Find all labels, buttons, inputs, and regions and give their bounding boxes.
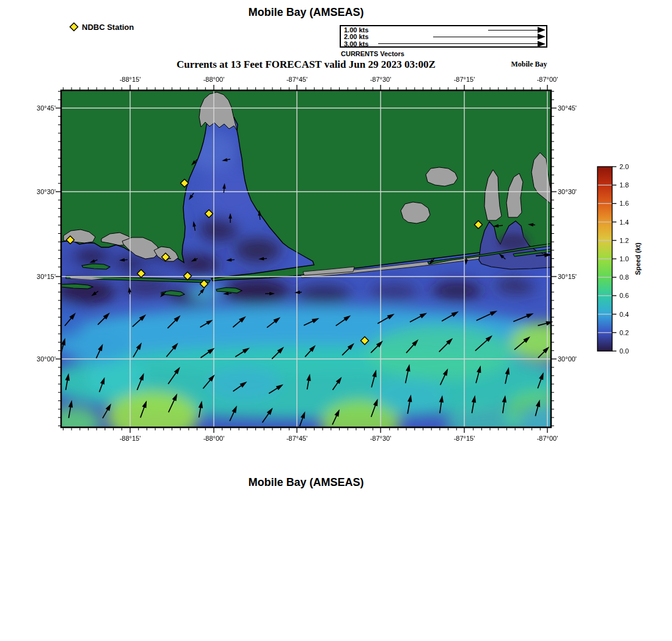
speed-blob <box>55 278 116 305</box>
current-map-figure: -88°15'-88°15'-88°00'-88°00'-87°45'-87°4… <box>0 0 672 641</box>
x-axis-label-top: -87°30' <box>370 76 392 83</box>
colorbar: 0.00.20.40.60.81.01.21.41.61.82.0Speed (… <box>597 163 641 355</box>
colorbar-tick-label: 0.2 <box>619 329 629 336</box>
y-axis-label-right: 30°15' <box>558 273 577 280</box>
x-axis-label-top: -88°00' <box>203 76 225 83</box>
colorbar-axis-title: Speed (kt) <box>634 242 641 275</box>
colorbar-tick-label: 0.4 <box>619 311 629 318</box>
y-axis-label-left: 30°30' <box>37 188 56 195</box>
colorbar-tick-label: 0.6 <box>619 292 629 299</box>
speed-blob <box>367 325 513 380</box>
y-axis-label-left: 30°15' <box>37 273 56 280</box>
x-axis-label-bottom: -87°00' <box>537 435 558 442</box>
x-axis-label-top: -88°15' <box>120 76 141 83</box>
plot-title-bottom: Mobile Bay (AMSEAS) <box>248 476 363 489</box>
x-axis-label-bottom: -87°15' <box>454 435 475 442</box>
colorbar-tick-label: 0.0 <box>619 347 629 355</box>
y-axis-label-left: 30°00' <box>37 355 56 363</box>
y-axis-label-right: 30°45' <box>558 104 577 112</box>
speed-blob <box>67 328 128 365</box>
colorbar-tick-label: 1.0 <box>619 255 629 263</box>
colorbar-tick-label: 0.8 <box>619 273 629 281</box>
speed-blob <box>46 406 101 440</box>
x-axis-label-bottom: -88°00' <box>203 435 225 442</box>
speed-blob <box>235 238 281 263</box>
speed-blob <box>296 285 351 305</box>
colorbar-tick-label: 1.2 <box>619 237 629 244</box>
x-axis-label-top: -87°45' <box>287 76 308 83</box>
speed-blob <box>199 217 238 242</box>
speed-blob <box>373 377 446 414</box>
x-axis-label-top: -87°00' <box>537 76 558 83</box>
colorbar-tick-label: 1.8 <box>619 181 629 189</box>
colorbar-tick-label: 2.0 <box>619 163 629 170</box>
map-area <box>37 85 577 446</box>
speed-blob <box>183 255 220 274</box>
speed-blob <box>114 256 145 270</box>
y-axis-label-right: 30°30' <box>558 188 577 195</box>
colorbar-tick-label: 1.4 <box>619 219 629 226</box>
y-axis-label-left: 30°45' <box>37 104 56 112</box>
x-axis-label-bottom: -87°30' <box>370 435 392 442</box>
y-axis-label-right: 30°00' <box>558 355 577 363</box>
colorbar-tick-label: 1.6 <box>619 200 629 207</box>
speed-blob <box>370 283 418 300</box>
x-axis-label-bottom: -88°15' <box>120 435 141 442</box>
x-axis-label-bottom: -87°45' <box>287 435 308 442</box>
x-axis-label-top: -87°15' <box>454 76 475 83</box>
speed-blob <box>431 281 483 300</box>
forecast-plot-page: Mobile Bay (AMSEAS) NDBC Station 1.00 kt… <box>0 0 672 641</box>
